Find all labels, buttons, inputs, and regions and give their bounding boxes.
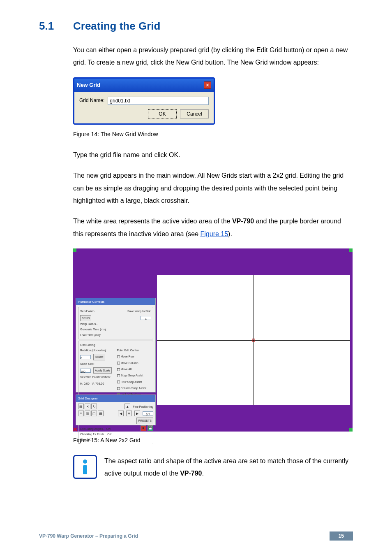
tool-cols-icon[interactable]: ▥	[85, 411, 90, 416]
dialog-title: New Grid	[77, 80, 100, 91]
section-number: 5.1	[39, 20, 73, 32]
selected-point-label: Selected Point Position:	[80, 374, 115, 380]
send-button[interactable]: SEND	[80, 315, 91, 321]
figure-14-caption: Figure 14: The New Grid Window	[73, 129, 353, 140]
cancel-button[interactable]: Cancel	[180, 109, 209, 118]
tool-dense-icon[interactable]: ▩	[98, 411, 104, 416]
grid-editing-label: Grid Editing	[80, 342, 151, 348]
grid-designer-title: Grid Designer	[76, 395, 155, 402]
paragraph-white-area: The white area represents the active vid…	[73, 215, 353, 240]
info-icon	[73, 455, 97, 479]
corner-marker-icon	[349, 248, 353, 252]
rotate-button[interactable]: Rotate	[93, 354, 105, 360]
generate-time-label: Generate Time (ms):	[80, 327, 151, 332]
arrow-down-icon[interactable]: ▼	[126, 411, 132, 416]
corner-marker-icon	[73, 248, 76, 252]
page-number: 15	[330, 531, 353, 541]
move-row-checkbox[interactable]	[117, 355, 120, 358]
new-grid-dialog: New Grid × Grid Name: OK Cancel	[73, 77, 215, 125]
presets-button[interactable]: PRESETS	[136, 418, 153, 424]
point-edit-control-label: Point Edit Control	[117, 348, 152, 353]
product-name: VP-790	[180, 470, 202, 477]
scale-grid-label: Scale Grid:	[80, 361, 115, 367]
paragraph-intro: You can either open a previously prepare…	[73, 44, 353, 69]
size-status: Size OK!	[80, 437, 151, 442]
close-icon[interactable]: ×	[204, 81, 211, 89]
active-video-area	[157, 275, 350, 405]
tool-grid-icon[interactable]: ▦	[78, 404, 84, 409]
apply-scale-button[interactable]: Apply Scale	[93, 367, 112, 374]
column-snap-checkbox[interactable]	[117, 387, 120, 390]
tool-redo-icon[interactable]: ↻	[91, 404, 97, 409]
rotation-label: Rotation (clockwise):	[80, 348, 115, 353]
selected-point-marker-icon	[252, 339, 255, 341]
grid-designer-screenshot: ✕ Instructor Controls Send Warp Save War…	[73, 248, 353, 432]
preset-stop-icon[interactable]: ■	[141, 425, 146, 431]
instructor-controls-panel: Instructor Controls Send Warp Save Warp …	[76, 298, 156, 392]
preset-save-icon[interactable]: 💾	[148, 425, 153, 431]
edge-snap-checkbox[interactable]	[117, 374, 120, 377]
paragraph-type-name: Type the grid file name and click OK.	[73, 149, 353, 161]
paragraph-new-grid: The new grid appears in the main window.…	[73, 169, 353, 207]
grid-name-label: Grid Name:	[79, 96, 104, 105]
corner-marker-icon	[349, 428, 353, 432]
rotation-input[interactable]: 0	[80, 355, 91, 359]
section-heading: 5.1 Creating the Grid	[39, 20, 353, 32]
figure-15-link[interactable]: Figure 15	[201, 230, 228, 237]
send-warp-label: Send Warp	[80, 309, 95, 314]
fine-positioning-input[interactable]: 0.7	[143, 411, 153, 415]
tool-split-icon[interactable]: ◫	[91, 411, 97, 416]
info-note: The aspect ratio and shape of the active…	[73, 455, 353, 480]
load-time-label: Load Time (ms):	[80, 332, 151, 338]
arrow-left-icon[interactable]: ◀	[118, 411, 124, 416]
tool-delete-icon[interactable]: ✕	[85, 404, 90, 409]
section-title: Creating the Grid	[73, 20, 160, 32]
slot-select[interactable]: 4	[141, 316, 151, 320]
h-value: H: 0.00	[80, 381, 90, 386]
row-snap-checkbox[interactable]	[117, 381, 120, 383]
arrow-up-icon[interactable]: ▲	[125, 404, 130, 409]
v-value: V: 768.00	[92, 381, 104, 386]
move-column-checkbox[interactable]	[117, 362, 120, 364]
tool-rows-icon[interactable]: ≡	[78, 411, 84, 416]
scale-input[interactable]: 100	[80, 369, 91, 373]
move-all-checkbox[interactable]	[117, 368, 120, 371]
instructor-controls-title: Instructor Controls	[76, 298, 155, 305]
fine-positioning-label: Fine Positioning	[133, 404, 153, 409]
grid-name-input[interactable]	[108, 97, 209, 105]
product-name: VP-790	[232, 218, 254, 225]
arrow-right-icon[interactable]: ▶	[134, 411, 140, 416]
save-warp-label: Save Warp to Slot:	[127, 309, 151, 314]
footer-title: VP-790 Warp Generator – Preparing a Grid	[39, 533, 138, 539]
grid-designer-panel: Grid Designer ▦ ✕ ↻ ▲ Fine Positioning	[76, 395, 156, 425]
warp-status-label: Warp Status...	[80, 321, 151, 327]
ok-button[interactable]: OK	[148, 109, 177, 118]
